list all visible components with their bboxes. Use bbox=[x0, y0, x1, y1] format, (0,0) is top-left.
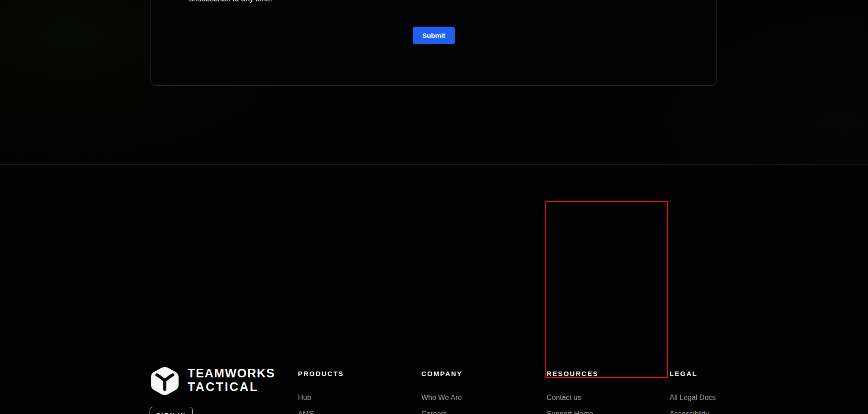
legal-heading: LEGAL bbox=[670, 370, 783, 378]
submit-button[interactable]: Submit bbox=[413, 27, 455, 44]
link-careers[interactable]: Careers bbox=[421, 410, 447, 414]
link-contact-us[interactable]: Contact us bbox=[547, 394, 581, 401]
link-hub[interactable]: Hub bbox=[298, 394, 311, 401]
list-item: Contact us bbox=[547, 393, 660, 402]
link-all-legal-docs[interactable]: All Legal Docs bbox=[670, 394, 716, 401]
brand-wordmark: TEAMWORKS TACTICAL bbox=[188, 367, 275, 394]
products-heading: PRODUCTS bbox=[298, 370, 411, 378]
brand-line-2: TACTICAL bbox=[188, 380, 275, 394]
footer-column-company: COMPANY Who We Are Careers bbox=[421, 370, 534, 414]
hero-section: unsubscribe at any time. Submit bbox=[0, 0, 868, 165]
link-who-we-are[interactable]: Who We Are bbox=[421, 394, 462, 401]
footer-column-resources: RESOURCES Contact us Support Home Learni… bbox=[547, 370, 660, 414]
resources-heading: RESOURCES bbox=[547, 370, 660, 378]
teamworks-hexagon-logo-icon bbox=[150, 366, 179, 396]
brand-line-1: TEAMWORKS bbox=[188, 367, 275, 380]
footer-column-products: PRODUCTS Hub AMS Nutrition bbox=[298, 370, 411, 414]
link-support-home[interactable]: Support Home bbox=[547, 410, 593, 414]
link-ams[interactable]: AMS bbox=[298, 410, 314, 414]
list-item: Support Home bbox=[547, 409, 660, 414]
site-footer: TEAMWORKS TACTICAL SIGN IN (202) 875-893… bbox=[0, 165, 868, 414]
sign-in-button[interactable]: SIGN IN bbox=[150, 407, 193, 414]
footer-logo[interactable]: TEAMWORKS TACTICAL bbox=[150, 366, 277, 397]
list-item: Careers bbox=[421, 409, 534, 414]
company-heading: COMPANY bbox=[421, 370, 534, 378]
list-item: AMS bbox=[298, 409, 411, 414]
footer-column-legal: LEGAL All Legal Docs Accessibility Priva… bbox=[670, 370, 783, 414]
link-accessibility[interactable]: Accessibility bbox=[670, 410, 709, 414]
unsubscribe-disclaimer-text: unsubscribe at any time. bbox=[189, 0, 272, 4]
list-item: Accessibility bbox=[670, 409, 783, 414]
list-item: All Legal Docs bbox=[670, 393, 783, 402]
list-item: Who We Are bbox=[421, 393, 534, 402]
list-item: Hub bbox=[298, 393, 411, 402]
